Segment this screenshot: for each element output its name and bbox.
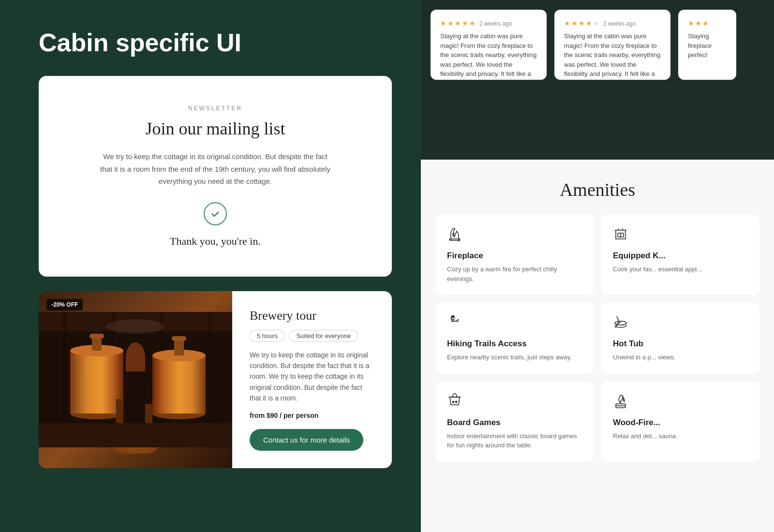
review-card: ★ ★ ★ ★ ★ 2 weeks ago Staying at the cab…	[431, 10, 547, 80]
amenity-name: Board Games	[447, 418, 582, 428]
star-4: ★	[462, 19, 468, 28]
amenity-name: Hiking Trails Access	[447, 339, 582, 349]
amenities-grid: Fireplace Cozy up by a warm fire for per…	[435, 215, 759, 462]
amenity-hottub: Hot Tub Unwind in a p... views.	[601, 303, 759, 374]
svg-rect-6	[39, 423, 232, 447]
star-5: ★	[593, 19, 599, 28]
newsletter-title: Join our mailing list	[77, 118, 353, 139]
newsletter-label: NEWSLETTER	[77, 105, 353, 112]
svg-point-19	[106, 319, 164, 334]
duration-tag: 5 hours	[250, 330, 285, 342]
newsletter-thanks: Thank you, you're in.	[77, 235, 353, 248]
svg-point-36	[615, 321, 626, 325]
brewery-description: We try to keep the cottage in its origin…	[250, 350, 374, 404]
star-2: ★	[571, 19, 578, 28]
amenity-desc: Unwind in a p... views.	[613, 353, 748, 362]
svg-rect-17	[116, 399, 123, 423]
brewery-content: Brewery tour 5 hours Suited for everyone…	[232, 291, 392, 468]
checkmark-icon	[204, 202, 227, 225]
fireplace-icon	[447, 226, 582, 245]
star-1: ★	[688, 19, 694, 28]
review-card-partial: ★ ★ ★ Staying fireplace perfect	[678, 10, 736, 80]
svg-rect-15	[174, 339, 184, 355]
right-panel: ★ ★ ★ ★ ★ 2 weeks ago Staying at the cab…	[421, 0, 774, 532]
left-panel: Cabin specific UI NEWSLETTER Join our ma…	[0, 0, 421, 532]
star-1: ★	[440, 19, 447, 28]
review-time: 2 weeks ago	[479, 20, 512, 27]
reviews-section: ★ ★ ★ ★ ★ 2 weeks ago Staying at the cab…	[421, 0, 774, 160]
amenity-desc: Relax and det... sauna.	[613, 431, 748, 441]
star-3: ★	[455, 19, 461, 28]
amenity-name: Wood-Fire...	[613, 418, 748, 428]
svg-rect-8	[70, 351, 123, 414]
amenity-desc: Indoor entertainment with classic board …	[447, 431, 582, 450]
amenity-fireplace: Fireplace Cozy up by a warm fire for per…	[435, 215, 594, 295]
sauna-icon	[613, 393, 748, 412]
review-card: ★ ★ ★ ★ ★ 2 weeks ago Staying at the cab…	[554, 10, 670, 80]
star-3: ★	[702, 19, 709, 28]
brewery-image: -20% OFF	[39, 291, 232, 468]
star-2: ★	[447, 19, 454, 28]
amenity-name: Fireplace	[447, 251, 582, 261]
review-text: Staying fireplace perfect	[688, 31, 727, 60]
trails-icon	[447, 314, 582, 333]
amenity-games: Board Games Indoor entertainment with cl…	[435, 382, 594, 462]
kitchen-icon	[613, 226, 748, 245]
main-layout: Cabin specific UI NEWSLETTER Join our ma…	[0, 0, 774, 532]
page-title: Cabin specific UI	[39, 29, 392, 57]
brewery-card: -20% OFF Brewery tour 5 hours Suited for…	[39, 291, 392, 468]
brewery-title: Brewery tour	[250, 309, 374, 323]
review-stars: ★ ★ ★ ★ ★ 2 weeks ago	[440, 19, 537, 28]
amenity-kitchen: Equipped K... Cook your fav... essential…	[601, 215, 759, 295]
amenities-title: Amenities	[435, 179, 759, 200]
brewery-tags: 5 hours Suited for everyone	[250, 330, 374, 342]
amenity-name: Hot Tub	[613, 339, 748, 349]
amenity-desc: Cook your fav... essential appl...	[613, 265, 748, 274]
svg-point-38	[456, 401, 457, 402]
star-5: ★	[469, 19, 476, 28]
review-text: Staying at the cabin was pure magic! Fro…	[564, 31, 661, 80]
star-2: ★	[695, 19, 701, 28]
svg-rect-13	[152, 355, 206, 414]
games-icon	[447, 393, 582, 412]
amenity-sauna: Wood-Fire... Relax and det... sauna.	[601, 382, 759, 462]
star-1: ★	[564, 19, 570, 28]
amenity-desc: Explore nearby scenic trails, just steps…	[447, 353, 582, 362]
review-stars: ★ ★ ★ ★ ★ 2 weeks ago	[564, 19, 661, 28]
svg-rect-11	[89, 334, 104, 339]
brewery-photo	[39, 291, 232, 468]
star-4: ★	[586, 19, 592, 28]
svg-point-37	[453, 401, 454, 402]
review-text: Staying at the cabin was pure magic! Fro…	[440, 31, 537, 80]
review-time: 2 weeks ago	[603, 20, 636, 27]
newsletter-description: We try to keep the cottage in its origin…	[99, 150, 331, 188]
contact-button[interactable]: Contact us for more details	[250, 429, 363, 451]
brewery-price: from $90 / per person	[250, 412, 374, 419]
discount-badge: -20% OFF	[46, 299, 83, 310]
review-stars: ★ ★ ★	[688, 19, 727, 28]
hottub-icon	[613, 314, 748, 333]
star-3: ★	[579, 19, 585, 28]
audience-tag: Suited for everyone	[289, 330, 358, 342]
amenities-section: Amenities Fireplace Cozy up by a warm fi…	[421, 160, 774, 532]
amenity-desc: Cozy up by a warm fire for perfect chill…	[447, 265, 582, 283]
newsletter-card: NEWSLETTER Join our mailing list We try …	[39, 76, 392, 277]
svg-rect-16	[172, 336, 186, 341]
svg-rect-18	[145, 404, 152, 423]
amenity-name: Equipped K...	[613, 251, 748, 261]
amenity-trails: Hiking Trails Access Explore nearby scen…	[435, 303, 594, 374]
